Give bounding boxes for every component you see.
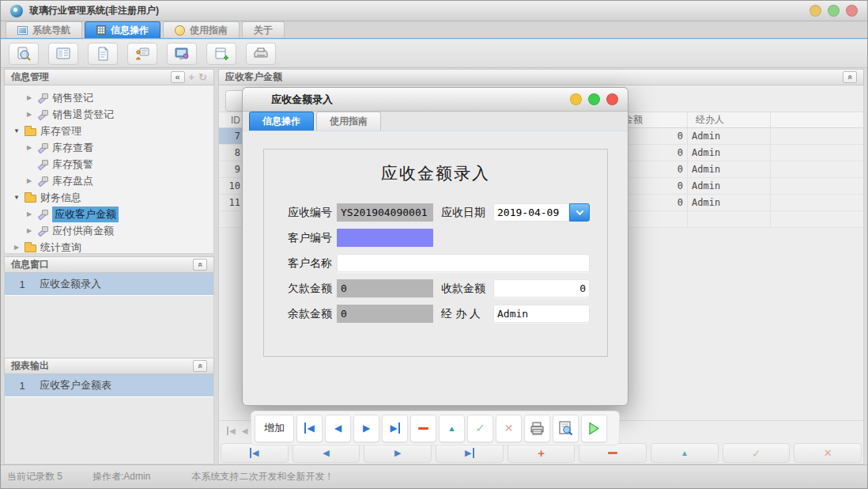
search-button[interactable] <box>9 43 39 65</box>
tree-item-inventory-check[interactable]: 库存盘点 <box>5 172 213 189</box>
add-record-button[interactable] <box>206 43 236 65</box>
dialog-close-button[interactable] <box>606 93 618 105</box>
record-nav-buttons <box>221 443 862 463</box>
refresh-icon[interactable]: ↻ <box>198 71 207 83</box>
first-record-button[interactable] <box>296 415 323 442</box>
next-record-button[interactable] <box>353 415 379 442</box>
presentation-button[interactable] <box>127 43 157 65</box>
tool-icon <box>37 93 48 103</box>
entry-form: 应收金额录入 应收编号 YS201904090001 应收日期 客户编号 客户名… <box>263 149 608 357</box>
status-bar: 当前记录数 5 操作者:Admin 本系统支持二次开发和全新开发！ <box>1 464 867 488</box>
expand-arrow-icon[interactable] <box>25 111 33 118</box>
list-item[interactable]: 1 应收客户金额表 <box>5 374 213 397</box>
received-amount-input[interactable] <box>493 279 590 298</box>
plus-icon <box>538 446 545 460</box>
delete-record-button[interactable] <box>579 443 647 463</box>
edit-button[interactable] <box>439 415 465 442</box>
expand-arrow-icon[interactable] <box>25 94 33 101</box>
add-button[interactable]: 增加 <box>255 415 294 442</box>
expand-arrow-icon[interactable] <box>13 244 21 251</box>
dialog-tab-guide[interactable]: 使用指南 <box>316 112 381 131</box>
tree-item-sales-register[interactable]: 销售登记 <box>5 89 213 106</box>
expand-arrow-icon[interactable] <box>25 210 33 218</box>
info-management-header: 信息管理 + ↻ <box>4 69 214 85</box>
first-page-icon[interactable] <box>227 426 236 435</box>
tree-item-inventory-alert[interactable]: 库存预警 <box>5 156 213 172</box>
confirm-button[interactable] <box>467 415 493 442</box>
collapse-panel-button[interactable] <box>193 360 207 372</box>
icon-toolbar <box>1 40 867 68</box>
tab-info-ops[interactable]: 信息操作 <box>85 21 160 38</box>
tab-system-nav[interactable]: 系统导航 <box>6 21 82 38</box>
close-button[interactable] <box>846 5 858 17</box>
title-bar: 玻璃行业管理系统(非注册用户) <box>1 1 867 21</box>
add-icon[interactable]: + <box>189 71 195 83</box>
play-icon <box>588 422 600 435</box>
device-button[interactable] <box>246 43 276 65</box>
customer-no-input[interactable] <box>337 229 433 247</box>
last-record-button[interactable] <box>436 443 504 463</box>
device-icon <box>253 46 269 62</box>
next-record-button[interactable] <box>364 443 432 463</box>
monitor-button[interactable] <box>167 43 197 65</box>
tree-item-sales-return[interactable]: 销售退货登记 <box>5 106 213 123</box>
tree-item-inventory-view[interactable]: 库存查看 <box>5 139 213 156</box>
minus-icon <box>418 427 428 430</box>
prev-page-icon[interactable] <box>242 426 248 435</box>
customer-name-input[interactable] <box>337 254 590 272</box>
expand-arrow-icon[interactable] <box>25 227 33 234</box>
balance-amount-field: 0 <box>337 305 433 323</box>
expand-arrow-icon[interactable] <box>25 177 33 184</box>
debt-amount-label: 欠款金额 <box>288 282 332 296</box>
run-button[interactable] <box>581 415 607 442</box>
column-header-operator[interactable]: 经办人 <box>688 112 771 127</box>
receivable-entry-dialog: 应收金额录入 信息操作 使用指南 应收金额录入 应收编号 YS201904090… <box>242 87 628 406</box>
date-dropdown-button[interactable] <box>569 203 590 222</box>
first-record-button[interactable] <box>221 443 289 463</box>
details-view-button[interactable] <box>48 43 78 65</box>
minimize-button[interactable] <box>810 5 821 17</box>
triangle-up-icon <box>681 449 689 457</box>
report-output-header: 报表输出 <box>4 358 214 374</box>
dialog-tab-info-ops[interactable]: 信息操作 <box>249 112 314 131</box>
tool-icon <box>37 209 48 219</box>
document-button[interactable] <box>88 43 118 65</box>
tree-item-inventory-mgmt[interactable]: 库存管理 <box>5 123 213 139</box>
operator-label: 操作者:Admin <box>92 470 150 483</box>
form-title: 应收金额录入 <box>264 162 607 184</box>
tree-item-receivable[interactable]: 应收客户金额 <box>5 206 213 222</box>
collapse-panel-button[interactable] <box>843 71 857 83</box>
tool-icon <box>37 109 48 119</box>
last-icon <box>465 448 474 458</box>
maximize-button[interactable] <box>828 5 840 17</box>
expand-arrow-icon[interactable] <box>25 144 33 151</box>
list-item[interactable]: 1 应收金额录入 <box>5 273 213 296</box>
cancel-button[interactable] <box>794 443 862 463</box>
print-preview-button[interactable] <box>553 415 579 442</box>
insert-record-button[interactable] <box>508 443 576 463</box>
tree-item-payable[interactable]: 应付供商金额 <box>5 222 213 239</box>
tree-item-finance-info[interactable]: 财务信息 <box>5 189 213 206</box>
prev-record-button[interactable] <box>325 415 351 442</box>
dialog-maximize-button[interactable] <box>588 93 600 105</box>
operator-input[interactable] <box>493 305 590 323</box>
collapse-arrow-icon[interactable] <box>13 127 21 135</box>
tab-about[interactable]: 关于 <box>242 21 285 38</box>
prev-record-button[interactable] <box>292 443 360 463</box>
collapse-sidebar-button[interactable] <box>171 71 185 83</box>
last-record-button[interactable] <box>382 415 408 442</box>
picture-icon <box>17 26 28 35</box>
dialog-minimize-button[interactable] <box>570 93 582 105</box>
debt-amount-field: 0 <box>337 279 433 298</box>
tree-item-statistics[interactable]: 统计查询 <box>5 239 213 254</box>
delete-button[interactable] <box>410 415 436 442</box>
collapse-arrow-icon[interactable] <box>13 194 21 201</box>
cancel-button[interactable] <box>496 415 522 442</box>
print-button[interactable] <box>524 415 550 442</box>
tab-user-guide[interactable]: 使用指南 <box>163 21 240 38</box>
confirm-button[interactable] <box>723 443 791 463</box>
collapse-panel-button[interactable] <box>193 259 207 271</box>
folder-icon <box>25 244 36 252</box>
edit-record-button[interactable] <box>651 443 719 463</box>
receivable-date-input[interactable] <box>493 203 569 222</box>
